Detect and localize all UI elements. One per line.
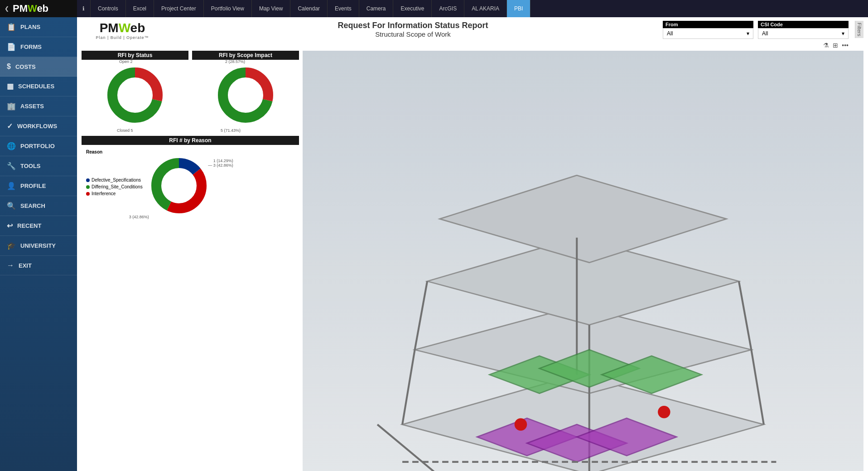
legend-item-interference: Interference [86, 191, 143, 196]
csi-code-filter-select[interactable]: All ▾ [758, 28, 849, 39]
nav-item-al-akaria[interactable]: AL AKARIA [464, 0, 507, 17]
sidebar-item-search[interactable]: 🔍 SEARCH [0, 196, 77, 216]
reason-val3: 3 (42.86%) [129, 215, 149, 219]
nav-item-project-center[interactable]: Project Center [154, 0, 204, 17]
reason-legend: Defective_Specifications Differing_Site_… [86, 178, 143, 198]
nav-item-controls[interactable]: Controls [91, 0, 126, 17]
top-charts-row: RFI by Status Open 2 [82, 51, 299, 132]
top-navigation: ❮ PMWeb ℹ Controls Excel Project Center … [0, 0, 868, 17]
filters-toggle-button[interactable]: Filters [855, 21, 863, 38]
report-subtitle: Structural Scope of Work [168, 30, 658, 38]
chevron-down-icon: ▾ [747, 30, 749, 37]
rfi-by-reason-body: Reason Defective_Specifications Differin… [82, 145, 299, 221]
nav-item-events[interactable]: Events [328, 0, 359, 17]
legend-item-differing: Differing_Site_Conditions [86, 184, 143, 189]
schedules-icon: ▦ [7, 82, 14, 91]
interference-dot [86, 192, 90, 196]
tools-icon: 🔧 [7, 162, 16, 170]
rfi-by-status-chart: RFI by Status Open 2 [82, 51, 188, 132]
defective-dot [86, 178, 90, 182]
reason-donut-svg [149, 156, 208, 215]
more-options-icon[interactable]: ••• [842, 42, 849, 49]
rfi-by-scope-title: RFI by Scope Impact [192, 51, 299, 60]
nav-item-executive[interactable]: Executive [393, 0, 432, 17]
sidebar-item-university[interactable]: 🎓 UNIVERSITY [0, 236, 77, 256]
chevron-down-icon-2: ▾ [842, 30, 844, 37]
rfi-by-status-body: Open 2 [82, 60, 188, 132]
csi-code-filter-label: CSI Code [758, 21, 849, 28]
sidebar-item-costs[interactable]: $ COSTS [0, 57, 77, 77]
report-title: Request For Information Status Report [168, 21, 658, 30]
closed-label: Closed 5 [117, 128, 133, 133]
nav-item-pbi[interactable]: PBI [507, 0, 530, 17]
search-icon: 🔍 [7, 202, 16, 210]
sidebar-item-recent[interactable]: ↩ RECENT [0, 216, 77, 236]
nav-item-calendar[interactable]: Calendar [290, 0, 328, 17]
report-title-area: Request For Information Status Report St… [168, 21, 658, 38]
costs-icon: $ [7, 62, 11, 71]
assets-icon: 🏢 [7, 102, 16, 111]
reason-label: Reason [86, 149, 102, 154]
charts-model-row: RFI by Status Open 2 [77, 51, 868, 471]
sidebar-item-exit[interactable]: → EXIT [0, 256, 77, 275]
building-model-svg [303, 51, 863, 471]
header-action-icons: ⚗ ⊞ ••• [663, 42, 849, 49]
pmweb-report-logo: PMWeb Plan | Build | Operate™ [82, 21, 163, 40]
university-icon: 🎓 [7, 241, 16, 250]
sidebar-item-schedules[interactable]: ▦ SCHEDULES [0, 77, 77, 96]
open-label: Open 2 [119, 59, 133, 64]
report-header-controls: PMWeb Plan | Build | Operate™ Request Fo… [77, 17, 868, 51]
rfi-by-scope-body: 2 (28.57%) 5 (71.43%) [192, 60, 299, 132]
portfolio-icon: 🌐 [7, 142, 16, 150]
logo-text: PMWeb [100, 21, 145, 35]
logo-area: ❮ PMWeb [0, 0, 77, 17]
rfi-by-status-title: RFI by Status [82, 51, 188, 60]
filter-row: From All ▾ CSI Code All ▾ [663, 21, 849, 39]
plans-icon: 📋 [7, 23, 16, 31]
info-icon-button[interactable]: ℹ [77, 0, 91, 17]
donut-status: Open 2 [106, 66, 164, 126]
rfi-by-reason-chart: RFI # by Reason Reason Defective_Specifi… [82, 136, 299, 221]
nav-item-arcgis[interactable]: ArcGIS [432, 0, 464, 17]
workflows-icon: ✓ [7, 122, 13, 130]
differing-dot [86, 185, 90, 189]
nav-item-map-view[interactable]: Map View [252, 0, 290, 17]
sidebar-item-forms[interactable]: 📄 FORMS [0, 37, 77, 57]
legend-item-defective: Defective_Specifications [86, 178, 143, 183]
reason-val1: 1 (14.29%) [213, 159, 233, 163]
sidebar-item-portfolio[interactable]: 🌐 PORTFOLIO [0, 136, 77, 156]
scope-donut-svg [216, 66, 275, 125]
nav-item-camera[interactable]: Camera [359, 0, 394, 17]
filter-icon[interactable]: ⚗ [823, 42, 829, 49]
sidebar-item-tools[interactable]: 🔧 TOOLS [0, 156, 77, 176]
logo-tagline: Plan | Build | Operate™ [96, 35, 149, 40]
content-area: PMWeb Plan | Build | Operate™ Request Fo… [77, 17, 868, 471]
scope-value1: 2 (28.57%) [225, 59, 245, 64]
pmweb-logo: PMWeb [13, 3, 48, 14]
donut-wrapper-status: Open 2 [106, 66, 164, 126]
sidebar: 📋 PLANS 📄 FORMS $ COSTS ▦ SCHEDULES 🏢 AS… [0, 17, 77, 471]
filter-controls: From All ▾ CSI Code All ▾ [663, 21, 849, 49]
from-filter-group: From All ▾ [663, 21, 753, 39]
forms-icon: 📄 [7, 43, 16, 51]
sidebar-item-assets[interactable]: 🏢 ASSETS [0, 96, 77, 116]
svg-point-29 [515, 418, 527, 431]
profile-icon: 👤 [7, 182, 16, 190]
sidebar-item-plans[interactable]: 📋 PLANS [0, 17, 77, 37]
nav-items: Controls Excel Project Center Portfolio … [91, 0, 868, 17]
nav-item-excel[interactable]: Excel [126, 0, 154, 17]
rfi-by-reason-title: RFI # by Reason [82, 136, 299, 145]
reason-chart-body: Defective_Specifications Differing_Site_… [86, 156, 208, 217]
sidebar-item-profile[interactable]: 👤 PROFILE [0, 176, 77, 196]
reason-val2-note: — 3 (42.86%) [208, 163, 233, 168]
collapse-sidebar-button[interactable]: ❮ [5, 5, 9, 12]
from-filter-label: From [663, 21, 753, 28]
rfi-by-scope-impact-chart: RFI by Scope Impact 2 (28.57%) [192, 51, 299, 132]
exit-icon: → [7, 261, 14, 269]
grid-icon[interactable]: ⊞ [833, 42, 838, 49]
scope-value2: 5 (71.43%) [221, 128, 241, 133]
nav-item-portfolio-view[interactable]: Portfolio View [204, 0, 252, 17]
csi-code-filter-group: CSI Code All ▾ [758, 21, 849, 39]
from-filter-select[interactable]: All ▾ [663, 28, 753, 39]
sidebar-item-workflows[interactable]: ✓ WORKFLOWS [0, 116, 77, 136]
